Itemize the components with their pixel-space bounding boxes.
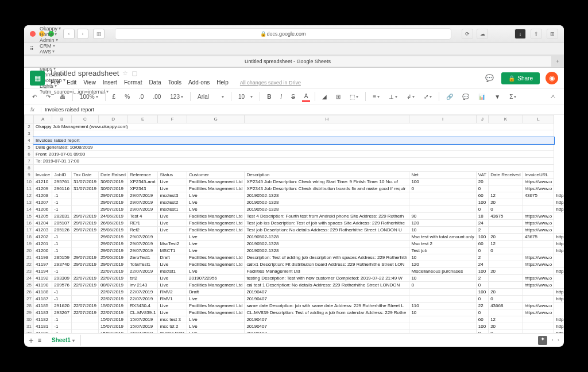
cell[interactable]: Facilities Management Ltd xyxy=(187,185,244,192)
header-cell[interactable]: Date Raised xyxy=(99,172,128,179)
percent-button[interactable]: % xyxy=(122,92,132,101)
cell[interactable] xyxy=(489,179,523,185)
cell[interactable]: -1 xyxy=(52,330,72,334)
cell[interactable]: Live xyxy=(187,192,244,199)
row-header[interactable]: 15 xyxy=(25,213,34,220)
cell[interactable]: 22/07/2019 xyxy=(99,309,128,316)
cell[interactable]: 0 xyxy=(409,282,476,289)
cell[interactable]: 90 xyxy=(409,213,476,220)
row-header[interactable]: 26 xyxy=(25,289,34,296)
cell[interactable]: 20190502-1328 xyxy=(245,234,409,241)
cell[interactable]: 120 xyxy=(409,261,476,268)
cell[interactable]: -1 xyxy=(52,323,72,330)
cell[interactable]: 0 xyxy=(409,185,476,192)
cell[interactable]: 20190502-1328 xyxy=(245,199,409,206)
sheet-area[interactable]: ABCDEFGHIJKL2Okappy Job Management (www.… xyxy=(24,115,564,333)
download-icon[interactable]: ↓ xyxy=(514,29,526,39)
cell[interactable]: 26/06/2019 xyxy=(99,220,128,227)
cell[interactable] xyxy=(489,309,523,316)
cell[interactable]: Msc test with total amount only xyxy=(409,234,476,241)
cell[interactable]: -1 xyxy=(52,296,72,303)
cell[interactable]: 30/07/2019 xyxy=(99,179,128,185)
valign-button[interactable]: ⊥▾ xyxy=(386,92,400,101)
cell[interactable] xyxy=(523,206,554,213)
row-header[interactable]: 21 xyxy=(25,254,34,261)
cell[interactable]: 24 xyxy=(476,261,488,268)
menu-tools[interactable]: Tools xyxy=(168,79,181,86)
redo-button[interactable]: ↷ xyxy=(44,92,53,101)
cell[interactable]: 29/07/2019 xyxy=(71,254,98,261)
cell[interactable]: 20190502-1328 xyxy=(245,192,409,199)
cell[interactable]: MscTest2 xyxy=(158,241,187,247)
cell[interactable] xyxy=(71,192,98,199)
cell[interactable]: Facilities Management Ltd xyxy=(187,254,244,261)
cell[interactable]: 29/07/2019 xyxy=(128,234,158,241)
cell[interactable]: 29/07/2019 xyxy=(99,206,128,213)
cell[interactable]: https://www.o xyxy=(523,275,554,282)
cell[interactable]: 29/07/2019 xyxy=(128,199,158,206)
reload-icon[interactable]: ⟳ xyxy=(462,29,473,39)
print-button[interactable]: 🖶 xyxy=(57,92,68,101)
cell[interactable]: 20190407 xyxy=(245,289,409,296)
row-header[interactable]: 25 xyxy=(25,282,34,289)
cell[interactable]: Live xyxy=(187,296,244,303)
cell[interactable]: Live xyxy=(158,309,187,316)
cell[interactable]: XP2345-amt xyxy=(128,179,158,185)
cell[interactable] xyxy=(71,289,98,296)
cell[interactable]: 22/07/2019 xyxy=(99,289,128,296)
cell[interactable]: Okappy Job Management (www.okappy.com) xyxy=(33,123,554,130)
cell[interactable]: CL-MV839 Description: Test of adding a j… xyxy=(245,309,409,316)
cell[interactable]: https://www.o xyxy=(554,323,564,330)
cell[interactable]: 41183 xyxy=(33,309,52,316)
cell[interactable]: 0 xyxy=(476,206,488,213)
cell[interactable]: Facilities Management Ltd xyxy=(187,309,244,316)
col-header[interactable]: B xyxy=(52,115,72,123)
cell[interactable]: Facilities Management Ltd xyxy=(187,179,244,185)
cell[interactable]: MSCT1 xyxy=(158,247,187,254)
cell[interactable]: Ref2 xyxy=(128,227,158,234)
cell[interactable]: 2 xyxy=(476,227,488,234)
col-header[interactable]: L xyxy=(523,115,554,123)
cell[interactable] xyxy=(523,268,554,275)
header-cell[interactable]: Status xyxy=(158,172,187,179)
cell[interactable]: 41209 xyxy=(33,185,52,192)
cell[interactable]: Test job ios Description: Test of job wi… xyxy=(245,220,409,227)
cell[interactable]: https://www.o xyxy=(554,206,564,213)
cell[interactable]: 10 xyxy=(409,309,476,316)
cell[interactable]: https://www.o xyxy=(523,261,554,268)
cell[interactable]: https://www.o xyxy=(523,227,554,234)
textcolor-button[interactable]: A xyxy=(302,92,311,102)
cell[interactable]: Live xyxy=(158,220,187,227)
row-header[interactable]: 28 xyxy=(25,303,34,309)
cell[interactable]: 41187 xyxy=(33,296,52,303)
cell[interactable]: 43675 xyxy=(523,192,554,199)
cell[interactable]: RX3430-4 xyxy=(128,303,158,309)
cell[interactable]: 20190407 xyxy=(245,296,409,303)
cell[interactable]: 0 xyxy=(476,282,488,289)
menu-insert[interactable]: Insert xyxy=(103,79,117,86)
cell[interactable]: Test 4 xyxy=(128,213,158,220)
cell[interactable]: Live xyxy=(187,206,244,213)
cell[interactable]: 0 xyxy=(489,206,523,213)
cell[interactable]: 15/07/2019 xyxy=(99,316,128,323)
cell[interactable]: 41204 xyxy=(33,220,52,227)
cell[interactable]: https://www.o xyxy=(523,179,554,185)
cell[interactable]: 20190407 xyxy=(245,330,409,334)
cell[interactable] xyxy=(489,282,523,289)
row-header[interactable]: 4 xyxy=(25,137,34,144)
cell[interactable]: 12 xyxy=(489,241,523,247)
sheet-tab[interactable]: Sheet1 ▾ xyxy=(46,335,81,346)
cell[interactable]: 100 xyxy=(476,234,488,241)
cell[interactable]: 29/07/2019 xyxy=(99,241,128,247)
cell[interactable]: Date generated: 10/08/2019 xyxy=(33,144,554,151)
cell[interactable]: testing Description: Test with new custo… xyxy=(245,275,409,282)
header-cell[interactable]: Reference xyxy=(128,172,158,179)
cell[interactable]: 41208 xyxy=(33,192,52,199)
cell[interactable]: 29/07/2019 xyxy=(99,199,128,206)
undo-button[interactable]: ↶ xyxy=(30,92,39,101)
cell[interactable]: https://www.o xyxy=(523,303,554,309)
cell[interactable]: https://www.o xyxy=(554,192,564,199)
cell[interactable]: 15/07/2019 xyxy=(128,330,158,334)
cell[interactable]: 100 xyxy=(476,289,488,296)
cell[interactable] xyxy=(409,289,476,296)
